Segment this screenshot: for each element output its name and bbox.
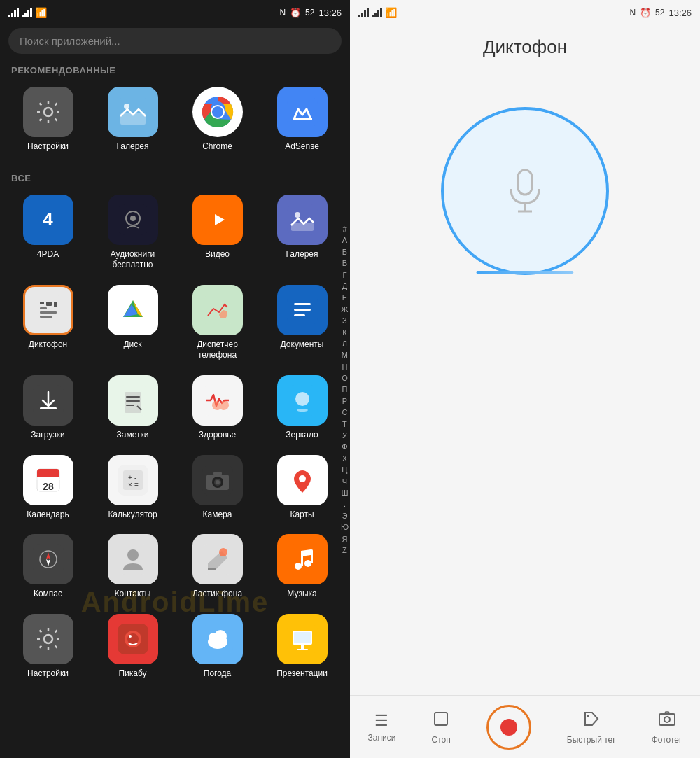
record-button[interactable] — [486, 705, 531, 750]
app-mirror[interactable]: Зеркало — [260, 370, 344, 449]
app-label-eraser: Ластик фона — [192, 589, 242, 600]
app-camera[interactable]: Камера — [175, 449, 260, 529]
records-icon: ☰ — [374, 712, 388, 730]
svg-rect-86 — [301, 645, 304, 649]
app-gallery2[interactable]: Галерея — [260, 189, 344, 279]
app-disk[interactable]: Диск — [90, 279, 175, 370]
status-right-right: N ⏰ 52 13:26 — [629, 8, 692, 18]
nav-stop[interactable]: Стоп — [431, 710, 450, 745]
svg-rect-18 — [40, 302, 44, 304]
app-settings2[interactable]: Настройки — [6, 608, 90, 688]
app-downloads[interactable]: Загрузки — [6, 370, 90, 449]
app-dictaphone[interactable]: Диктофон — [6, 279, 90, 370]
dictaphone-app-title: Диктофон — [483, 36, 567, 58]
app-label-notes: Заметки — [117, 430, 149, 441]
contacts-icon-img — [108, 534, 158, 584]
notes-icon-img — [108, 375, 158, 426]
nav-stop-label: Стоп — [431, 735, 450, 745]
app-video[interactable]: Видео — [175, 189, 260, 279]
app-gallery[interactable]: Галерея — [90, 81, 175, 161]
svg-rect-93 — [659, 714, 675, 725]
app-documents[interactable]: Документы — [260, 279, 344, 370]
weather-icon-img — [192, 614, 243, 664]
app-search-bar[interactable]: Поиск приложений... — [8, 28, 342, 54]
nav-records[interactable]: ☰ Записи — [368, 712, 396, 743]
signal-bars-2 — [22, 8, 32, 17]
app-label-calculator: Калькулятор — [108, 510, 157, 521]
svg-rect-19 — [46, 302, 52, 306]
all-section-label: ВСЕ — [0, 170, 350, 189]
app-4pda[interactable]: 4 4PDA — [6, 189, 90, 279]
svg-rect-34 — [126, 396, 140, 398]
alarm-icon: ⏰ — [290, 8, 301, 18]
app-label-dispatcher: Диспетчертелефона — [197, 339, 238, 361]
svg-point-39 — [295, 392, 309, 406]
app-label-disk: Диск — [123, 339, 141, 351]
settings2-icon-img — [23, 614, 74, 664]
app-eraser[interactable]: Ластик фона — [175, 528, 260, 608]
app-label-adsense: AdSense — [285, 141, 319, 153]
app-compass[interactable]: Компас — [6, 528, 90, 608]
svg-point-68 — [219, 548, 227, 556]
app-notes[interactable]: Заметки — [90, 370, 175, 449]
app-adsense[interactable]: AdSense — [260, 81, 344, 161]
app-label-gallery2: Галерея — [286, 249, 318, 260]
app-maps[interactable]: Карты — [260, 449, 344, 529]
alphabet-index[interactable]: # А Б В Г Д Е Ж З К Л М Н О П Р С Т У Ф … — [341, 224, 349, 556]
app-pikabu[interactable]: Пикабу — [90, 608, 175, 688]
app-health[interactable]: Здоровье — [175, 370, 260, 449]
nav-quick-tag-label: Быстрый тег — [567, 735, 616, 745]
settings-icon-img — [23, 87, 74, 137]
nav-record[interactable] — [486, 705, 531, 750]
app-label-downloads: Загрузки — [31, 430, 64, 441]
app-chrome[interactable]: Chrome — [175, 81, 260, 161]
svg-rect-28 — [294, 309, 311, 311]
svg-rect-73 — [311, 549, 313, 563]
quick-tag-icon — [582, 710, 601, 732]
recommended-section-label: РЕКОМЕНДОВАННЫЕ — [0, 62, 350, 81]
svg-point-78 — [129, 635, 132, 638]
svg-text:28: 28 — [43, 481, 54, 492]
svg-point-40 — [297, 409, 308, 412]
search-placeholder: Поиск приложений... — [20, 35, 120, 47]
app-label-camera: Камера — [203, 510, 232, 521]
app-label-music: Музыка — [287, 589, 316, 600]
app-contacts[interactable]: Контакты — [90, 528, 175, 608]
app-calculator[interactable]: +-×= Калькулятор — [90, 449, 175, 529]
app-weather[interactable]: Погода — [175, 608, 260, 688]
section-divider — [11, 164, 339, 164]
svg-rect-35 — [126, 400, 140, 402]
4pda-icon-img: 4 — [23, 195, 74, 245]
app-settings[interactable]: Настройки — [6, 81, 90, 161]
photo-tag-icon — [658, 710, 676, 732]
svg-rect-8 — [287, 97, 318, 127]
dispatcher-icon-img — [192, 285, 243, 335]
health-icon-img — [192, 375, 243, 426]
svg-rect-25 — [202, 295, 233, 325]
app-dispatcher[interactable]: Диспетчертелефона — [175, 279, 260, 370]
app-presentations[interactable]: Презентации — [260, 608, 344, 688]
svg-text:×: × — [128, 481, 132, 489]
recommended-grid: Настройки Галерея — [0, 81, 350, 161]
bottom-navigation: ☰ Записи Стоп Быстрый тег — [350, 695, 700, 758]
battery-left: 52 — [305, 8, 314, 17]
app-audiobooks[interactable]: Аудиокнигибесплатно — [90, 189, 175, 279]
svg-rect-48 — [123, 470, 143, 490]
app-label-4pda: 4PDA — [37, 249, 59, 260]
app-music[interactable]: Музыка — [260, 528, 344, 608]
svg-point-7 — [212, 106, 223, 118]
svg-text:=: = — [134, 481, 139, 489]
app-label-chrome: Chrome — [202, 141, 232, 153]
svg-point-11 — [130, 216, 136, 221]
svg-point-82 — [214, 630, 227, 643]
mirror-icon-img — [277, 375, 328, 426]
svg-rect-91 — [435, 713, 447, 725]
app-calendar[interactable]: 28пятница Календарь — [6, 449, 90, 529]
nav-photo-tag[interactable]: Фототег — [652, 710, 682, 745]
adsense-icon-img — [277, 87, 328, 137]
nav-quick-tag[interactable]: Быстрый тег — [567, 710, 616, 745]
status-bar-left: 📶 N ⏰ 52 13:26 — [0, 0, 350, 25]
app-label-pikabu: Пикабу — [118, 668, 146, 680]
time-right: 13:26 — [668, 8, 692, 18]
svg-point-60 — [299, 475, 306, 482]
